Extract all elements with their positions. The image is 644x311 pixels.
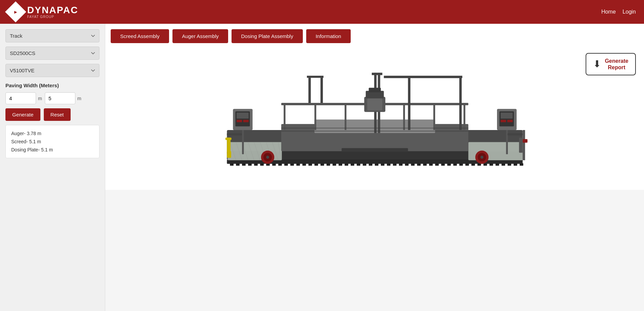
width-input-group-2: m	[45, 92, 81, 104]
svg-rect-40	[453, 163, 457, 166]
svg-rect-19	[326, 163, 330, 166]
track-dropdown[interactable]: Track	[5, 29, 99, 42]
svg-rect-12	[284, 163, 288, 166]
info-box: Auger- 3.78 m Screed- 5.1 m Dosing Plate…	[5, 125, 99, 158]
paving-width-label: Paving Width (Meters)	[5, 83, 99, 88]
svg-rect-107	[369, 88, 381, 92]
logo-diamond: ▶	[5, 1, 26, 22]
svg-rect-36	[429, 163, 433, 166]
svg-rect-4	[236, 163, 240, 166]
svg-rect-112	[508, 133, 522, 135]
svg-rect-89	[384, 103, 468, 105]
svg-rect-101	[307, 76, 324, 78]
svg-rect-25	[363, 163, 366, 166]
tab-bar: Screed Assembly Auger Assembly Dosing Pl…	[111, 29, 639, 43]
svg-rect-98	[459, 76, 461, 130]
svg-rect-30	[393, 163, 397, 166]
svg-rect-31	[399, 163, 403, 166]
logo-sub-text: FAYAT GROUP	[27, 15, 78, 19]
svg-rect-14	[296, 163, 300, 166]
svg-rect-113	[522, 130, 525, 160]
svg-rect-45	[483, 163, 487, 166]
svg-rect-16	[308, 163, 312, 166]
auger-info: Auger- 3.78 m	[11, 131, 94, 136]
svg-rect-105	[519, 138, 522, 152]
svg-rect-90	[283, 103, 285, 130]
svg-rect-95	[463, 103, 465, 130]
svg-rect-68	[236, 120, 242, 122]
machine-image-area	[111, 49, 639, 184]
svg-rect-111	[227, 133, 242, 135]
svg-rect-5	[242, 163, 245, 166]
svg-rect-70	[242, 130, 243, 154]
svg-rect-93	[403, 103, 405, 130]
svg-rect-22	[345, 163, 348, 166]
svg-rect-69	[243, 120, 249, 122]
tab-dosing-plate-assembly[interactable]: Dosing Plate Assembly	[232, 29, 302, 43]
svg-rect-11	[278, 163, 282, 166]
login-link[interactable]: Login	[623, 9, 636, 15]
tab-information[interactable]: Information	[306, 29, 351, 43]
svg-rect-50	[513, 163, 517, 166]
home-link[interactable]: Home	[601, 9, 616, 15]
svg-rect-35	[423, 163, 427, 166]
svg-rect-46	[489, 163, 493, 166]
svg-rect-15	[302, 163, 306, 166]
svg-rect-88	[281, 103, 366, 105]
tab-screed-assembly[interactable]: Screed Assembly	[111, 29, 169, 43]
svg-rect-39	[447, 163, 451, 166]
svg-rect-85	[372, 73, 382, 75]
svg-rect-37	[435, 163, 439, 166]
content-wrapper: Screed Assembly Auger Assembly Dosing Pl…	[105, 24, 644, 311]
svg-rect-96	[408, 76, 410, 130]
svg-rect-49	[508, 163, 511, 166]
svg-rect-79	[500, 112, 513, 118]
svg-rect-81	[507, 120, 513, 122]
svg-rect-47	[495, 163, 499, 166]
svg-rect-13	[290, 163, 294, 166]
download-icon: ⬇	[593, 59, 601, 69]
unit-label-2: m	[77, 96, 81, 101]
logo-text-area: DYNAPAC FAYAT GROUP	[27, 5, 78, 19]
tab-auger-assembly[interactable]: Auger Assembly	[172, 29, 228, 43]
unit-label-1: m	[38, 96, 42, 101]
logo-area: ▶ DYNAPAC FAYAT GROUP	[8, 4, 78, 19]
svg-rect-3	[230, 163, 234, 166]
main-layout: Track SD2500CS V5100TVE Paving Width (Me…	[0, 24, 644, 311]
width-inputs: m m	[5, 92, 99, 104]
generate-report-label: GenerateReport	[605, 58, 628, 71]
generate-report-button[interactable]: ⬇ GenerateReport	[586, 53, 636, 75]
svg-rect-100	[308, 76, 311, 103]
svg-point-76	[480, 156, 483, 159]
sidebar: Track SD2500CS V5100TVE Paving Width (Me…	[0, 24, 105, 311]
variant-dropdown[interactable]: V5100TVE	[5, 64, 99, 77]
svg-rect-20	[332, 163, 336, 166]
width-input-2[interactable]	[45, 92, 75, 104]
svg-rect-8	[260, 163, 264, 166]
svg-rect-114	[522, 139, 527, 143]
svg-rect-27	[375, 163, 379, 166]
app-header: ▶ DYNAPAC FAYAT GROUP Home Login	[0, 0, 644, 24]
width-input-1[interactable]	[5, 92, 36, 104]
svg-rect-91	[314, 103, 316, 130]
svg-rect-99	[320, 76, 323, 103]
svg-rect-29	[387, 163, 390, 166]
svg-rect-24	[356, 163, 360, 166]
svg-rect-34	[417, 163, 421, 166]
svg-rect-23	[350, 163, 354, 166]
screed-info: Screed- 5.1 m	[11, 139, 94, 144]
svg-rect-67	[236, 112, 249, 118]
svg-rect-32	[405, 163, 408, 166]
dosing-plate-info: Dosing Plate- 5.1 m	[11, 147, 94, 152]
model-dropdown[interactable]: SD2500CS	[5, 47, 99, 60]
svg-rect-17	[314, 163, 318, 166]
svg-rect-7	[254, 163, 258, 166]
svg-rect-21	[338, 163, 342, 166]
generate-button[interactable]: Generate	[5, 108, 40, 121]
svg-rect-109	[281, 131, 468, 132]
svg-rect-43	[471, 163, 475, 166]
svg-rect-110	[342, 148, 408, 152]
reset-button[interactable]: Reset	[44, 108, 71, 121]
svg-rect-42	[465, 163, 469, 166]
svg-rect-108	[281, 128, 468, 129]
